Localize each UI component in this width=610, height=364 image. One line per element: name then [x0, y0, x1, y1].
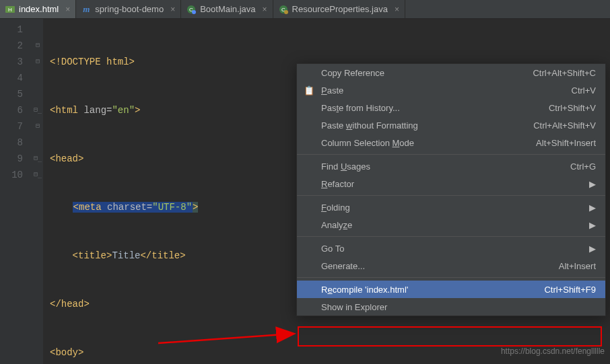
close-icon[interactable]: ×: [65, 5, 70, 14]
menu-recompile[interactable]: Recompile 'index.html'Ctrl+Shift+F9: [297, 281, 605, 298]
svg-point-4: [192, 10, 196, 14]
tab-index-html[interactable]: H index.html ×: [0, 0, 76, 18]
menu-paste[interactable]: 📋 PasteCtrl+V: [297, 81, 605, 99]
maven-icon: m: [81, 5, 91, 14]
tab-spring-boot-demo[interactable]: m spring-boot-demo ×: [76, 0, 181, 18]
html-file-icon: H: [5, 5, 15, 14]
menu-analyze[interactable]: Analyze▶: [297, 216, 605, 233]
java-class-icon: C: [279, 5, 288, 14]
code-area[interactable]: <!DOCTYPE html> <html lang="en"> <head> …: [43, 19, 253, 364]
menu-paste-no-formatting[interactable]: Paste without FormattingCtrl+Alt+Shift+V: [297, 116, 605, 134]
java-class-icon: C: [187, 5, 196, 14]
context-menu: Copy ReferenceCtrl+Alt+Shift+C 📋 PasteCt…: [296, 63, 606, 316]
svg-point-7: [284, 10, 288, 14]
menu-show-in-explorer[interactable]: Show in Explorer: [297, 298, 605, 316]
chevron-right-icon: ▶: [589, 179, 596, 189]
menu-generate[interactable]: Generate...Alt+Insert: [297, 257, 605, 275]
paste-icon: 📋: [304, 85, 317, 96]
menu-folding[interactable]: Folding▶: [297, 198, 605, 216]
svg-text:H: H: [8, 7, 12, 13]
menu-paste-history[interactable]: Paste from History...Ctrl+Shift+V: [297, 99, 605, 116]
menu-column-selection[interactable]: Column Selection ModeAlt+Shift+Insert: [297, 134, 605, 151]
tab-bootmain-java[interactable]: C BootMain.java ×: [181, 0, 273, 18]
line-number-gutter: 12345678910: [0, 19, 32, 364]
tab-label: BootMain.java: [200, 4, 255, 14]
chevron-right-icon: ▶: [589, 244, 596, 254]
tab-label: ResourceProperties.java: [292, 4, 388, 14]
fold-icon[interactable]: ⊟: [32, 118, 43, 135]
editor-tabs: H index.html × m spring-boot-demo × C Bo…: [0, 0, 610, 19]
watermark: https://blog.csdn.net/fengllllle: [501, 347, 605, 356]
menu-separator: [297, 277, 605, 278]
tab-resourceproperties-java[interactable]: C ResourceProperties.java ×: [273, 0, 405, 18]
close-icon[interactable]: ×: [263, 5, 267, 14]
menu-go-to[interactable]: Go To▶: [297, 240, 605, 257]
menu-separator: [297, 236, 605, 237]
menu-find-usages[interactable]: Find UsagesCtrl+G: [297, 157, 605, 175]
menu-copy-reference[interactable]: Copy ReferenceCtrl+Alt+Shift+C: [297, 64, 605, 81]
close-icon[interactable]: ×: [395, 5, 399, 14]
chevron-right-icon: ▶: [589, 203, 596, 213]
close-icon[interactable]: ×: [170, 5, 175, 14]
menu-separator: [297, 195, 605, 196]
tab-label: index.html: [19, 4, 59, 14]
menu-separator: [297, 154, 605, 155]
fold-gutter: ⊟⊟⊟̲⊟⊟̲⊟̲: [32, 19, 43, 364]
fold-icon[interactable]: ⊟: [32, 54, 43, 70]
tab-label: spring-boot-demo: [95, 4, 164, 14]
fold-icon[interactable]: ⊟: [32, 38, 43, 54]
menu-refactor[interactable]: Refactor▶: [297, 175, 605, 192]
chevron-right-icon: ▶: [589, 220, 596, 230]
